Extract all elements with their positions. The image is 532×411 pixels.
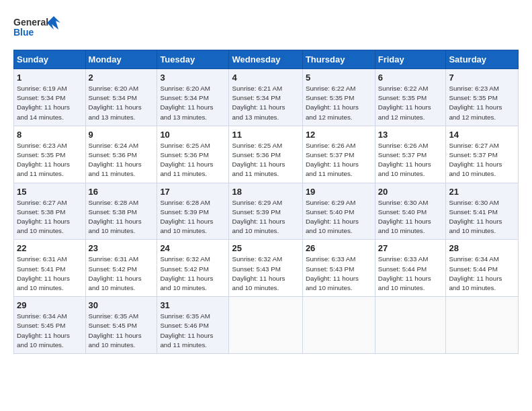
day-info: Sunrise: 6:35 AM Sunset: 5:46 PM Dayligh… bbox=[160, 312, 226, 350]
daylight-minutes: and 11 minutes. bbox=[89, 170, 136, 177]
sunset-label: Sunset: 5:40 PM bbox=[306, 208, 354, 216]
sunset-label: Sunset: 5:34 PM bbox=[89, 94, 137, 101]
day-number: 31 bbox=[160, 300, 226, 310]
day-info: Sunrise: 6:27 AM Sunset: 5:37 PM Dayligh… bbox=[449, 141, 515, 179]
day-info: Sunrise: 6:20 AM Sunset: 5:34 PM Dayligh… bbox=[160, 84, 226, 122]
daylight-label: Daylight: 11 hours bbox=[89, 332, 142, 339]
day-info: Sunrise: 6:34 AM Sunset: 5:44 PM Dayligh… bbox=[449, 255, 515, 293]
sunset-label: Sunset: 5:41 PM bbox=[449, 208, 497, 216]
day-number: 27 bbox=[378, 243, 443, 253]
sunrise-label: Sunrise: 6:30 AM bbox=[378, 199, 429, 206]
sunset-label: Sunset: 5:34 PM bbox=[160, 94, 208, 101]
day-info: Sunrise: 6:34 AM Sunset: 5:45 PM Dayligh… bbox=[17, 312, 83, 350]
calendar-cell: 7 Sunrise: 6:23 AM Sunset: 5:35 PM Dayli… bbox=[446, 69, 519, 126]
daylight-label: Daylight: 11 hours bbox=[378, 161, 431, 168]
day-number: 10 bbox=[160, 130, 226, 140]
header: General Blue bbox=[13, 12, 519, 43]
daylight-label: Daylight: 11 hours bbox=[232, 161, 285, 168]
calendar-cell: 2 Sunrise: 6:20 AM Sunset: 5:34 PM Dayli… bbox=[85, 69, 157, 126]
col-header-tuesday: Tuesday bbox=[157, 50, 229, 69]
logo: General Blue bbox=[13, 15, 60, 43]
col-header-sunday: Sunday bbox=[14, 50, 86, 69]
calendar-cell: 28 Sunrise: 6:34 AM Sunset: 5:44 PM Dayl… bbox=[446, 240, 519, 297]
day-number: 16 bbox=[89, 187, 154, 197]
sunset-label: Sunset: 5:42 PM bbox=[160, 265, 208, 273]
day-info: Sunrise: 6:33 AM Sunset: 5:44 PM Dayligh… bbox=[378, 255, 443, 293]
daylight-minutes: and 13 minutes. bbox=[232, 113, 279, 121]
daylight-label: Daylight: 11 hours bbox=[89, 161, 142, 168]
daylight-label: Daylight: 11 hours bbox=[160, 332, 213, 339]
sunset-label: Sunset: 5:34 PM bbox=[232, 94, 280, 101]
daylight-label: Daylight: 11 hours bbox=[17, 161, 70, 168]
day-number: 15 bbox=[17, 187, 83, 197]
day-number: 3 bbox=[160, 73, 226, 83]
daylight-minutes: and 12 minutes. bbox=[449, 113, 496, 121]
calendar-cell: 5 Sunrise: 6:22 AM Sunset: 5:35 PM Dayli… bbox=[302, 69, 375, 126]
daylight-minutes: and 10 minutes. bbox=[378, 227, 425, 234]
calendar-cell: 1 Sunrise: 6:19 AM Sunset: 5:34 PM Dayli… bbox=[14, 69, 86, 126]
daylight-label: Daylight: 11 hours bbox=[306, 103, 359, 111]
sunrise-label: Sunrise: 6:23 AM bbox=[449, 85, 499, 92]
logo-icon: General Blue bbox=[13, 15, 60, 43]
sunrise-label: Sunrise: 6:29 AM bbox=[306, 199, 356, 206]
calendar-cell: 20 Sunrise: 6:30 AM Sunset: 5:40 PM Dayl… bbox=[375, 183, 446, 240]
daylight-label: Daylight: 11 hours bbox=[17, 218, 70, 225]
calendar-cell: 26 Sunrise: 6:33 AM Sunset: 5:43 PM Dayl… bbox=[302, 240, 375, 297]
day-info: Sunrise: 6:32 AM Sunset: 5:42 PM Dayligh… bbox=[160, 255, 226, 293]
calendar-week-1: 1 Sunrise: 6:19 AM Sunset: 5:34 PM Dayli… bbox=[14, 69, 519, 126]
sunrise-label: Sunrise: 6:20 AM bbox=[160, 85, 210, 92]
calendar-cell: 4 Sunrise: 6:21 AM Sunset: 5:34 PM Dayli… bbox=[229, 69, 302, 126]
calendar-cell: 30 Sunrise: 6:35 AM Sunset: 5:45 PM Dayl… bbox=[85, 297, 157, 354]
calendar-cell: 18 Sunrise: 6:29 AM Sunset: 5:39 PM Dayl… bbox=[229, 183, 302, 240]
calendar-cell: 17 Sunrise: 6:28 AM Sunset: 5:39 PM Dayl… bbox=[157, 183, 229, 240]
svg-marker-2 bbox=[47, 16, 60, 30]
daylight-label: Daylight: 11 hours bbox=[89, 218, 142, 225]
daylight-minutes: and 14 minutes. bbox=[17, 113, 64, 121]
calendar-cell: 19 Sunrise: 6:29 AM Sunset: 5:40 PM Dayl… bbox=[302, 183, 375, 240]
sunset-label: Sunset: 5:46 PM bbox=[160, 322, 208, 329]
calendar-week-4: 22 Sunrise: 6:31 AM Sunset: 5:41 PM Dayl… bbox=[14, 240, 519, 297]
calendar-cell: 10 Sunrise: 6:25 AM Sunset: 5:36 PM Dayl… bbox=[157, 126, 229, 183]
day-info: Sunrise: 6:29 AM Sunset: 5:39 PM Dayligh… bbox=[232, 198, 299, 236]
daylight-label: Daylight: 11 hours bbox=[232, 218, 285, 225]
calendar-header-row: SundayMondayTuesdayWednesdayThursdayFrid… bbox=[14, 50, 519, 69]
daylight-minutes: and 11 minutes. bbox=[160, 341, 207, 349]
daylight-label: Daylight: 11 hours bbox=[160, 275, 213, 282]
sunrise-label: Sunrise: 6:28 AM bbox=[89, 199, 139, 206]
sunrise-label: Sunrise: 6:31 AM bbox=[17, 255, 67, 263]
daylight-minutes: and 10 minutes. bbox=[232, 227, 279, 234]
sunset-label: Sunset: 5:42 PM bbox=[89, 265, 137, 273]
daylight-label: Daylight: 11 hours bbox=[232, 275, 285, 282]
daylight-label: Daylight: 11 hours bbox=[160, 218, 213, 225]
daylight-minutes: and 12 minutes. bbox=[378, 113, 425, 121]
daylight-minutes: and 10 minutes. bbox=[378, 284, 425, 291]
daylight-minutes: and 10 minutes. bbox=[17, 227, 64, 234]
sunrise-label: Sunrise: 6:23 AM bbox=[17, 142, 67, 149]
day-number: 21 bbox=[449, 187, 515, 197]
day-number: 8 bbox=[17, 130, 83, 140]
calendar-cell: 6 Sunrise: 6:22 AM Sunset: 5:35 PM Dayli… bbox=[375, 69, 446, 126]
day-info: Sunrise: 6:33 AM Sunset: 5:43 PM Dayligh… bbox=[306, 255, 372, 293]
calendar-table: SundayMondayTuesdayWednesdayThursdayFrid… bbox=[13, 50, 519, 354]
sunrise-label: Sunrise: 6:22 AM bbox=[306, 85, 356, 92]
daylight-minutes: and 10 minutes. bbox=[378, 170, 425, 177]
sunrise-label: Sunrise: 6:32 AM bbox=[160, 255, 210, 263]
daylight-label: Daylight: 11 hours bbox=[160, 161, 213, 168]
sunset-label: Sunset: 5:37 PM bbox=[378, 151, 427, 158]
day-number: 20 bbox=[378, 187, 443, 197]
sunset-label: Sunset: 5:43 PM bbox=[232, 265, 280, 273]
daylight-minutes: and 10 minutes. bbox=[306, 227, 353, 234]
day-number: 22 bbox=[17, 243, 83, 253]
day-number: 11 bbox=[232, 130, 299, 140]
day-info: Sunrise: 6:25 AM Sunset: 5:36 PM Dayligh… bbox=[232, 141, 299, 179]
day-number: 5 bbox=[306, 73, 372, 83]
sunrise-label: Sunrise: 6:31 AM bbox=[89, 255, 139, 263]
sunrise-label: Sunrise: 6:30 AM bbox=[449, 199, 499, 206]
day-number: 6 bbox=[378, 73, 443, 83]
day-number: 13 bbox=[378, 130, 443, 140]
sunrise-label: Sunrise: 6:26 AM bbox=[306, 142, 356, 149]
daylight-label: Daylight: 11 hours bbox=[160, 103, 213, 111]
sunset-label: Sunset: 5:43 PM bbox=[306, 265, 354, 273]
sunset-label: Sunset: 5:45 PM bbox=[17, 322, 65, 329]
daylight-minutes: and 11 minutes. bbox=[17, 170, 64, 177]
